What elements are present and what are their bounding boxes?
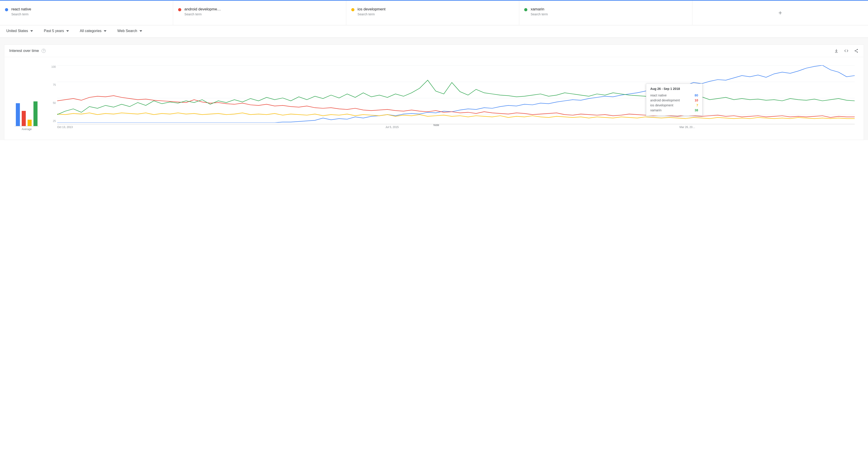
term-name: xamarin — [530, 7, 548, 11]
filter-time[interactable]: Past 5 years — [44, 29, 69, 33]
lines-svg — [57, 65, 855, 123]
avg-bar — [33, 101, 37, 126]
term-name: react native — [11, 7, 31, 11]
tooltip-row: android development10 — [650, 98, 698, 103]
tooltip-series-label: android development — [650, 98, 680, 102]
term-subtitle: Search term — [358, 12, 385, 16]
chart-area: Average 100 75 50 25 Note Oct 13, 2013 J… — [4, 57, 864, 140]
term-color-dot — [524, 8, 527, 11]
chevron-down-icon — [140, 30, 142, 32]
card-header: Interest over time ? — [4, 45, 864, 57]
content-area: Interest over time ? — [0, 38, 868, 140]
term-color-dot — [351, 8, 354, 11]
tooltip-series-value: 80 — [694, 94, 698, 97]
plus-icon: + — [778, 9, 782, 17]
tooltip-row: xamarin38 — [650, 108, 698, 113]
card-title: Interest over time — [9, 48, 39, 53]
share-icon[interactable] — [854, 48, 859, 53]
term-cell-xamarin[interactable]: xamarin Search term — [519, 1, 692, 25]
averages-block: Average — [10, 65, 43, 131]
term-color-dot — [178, 8, 181, 11]
averages-bars — [14, 101, 39, 126]
term-color-dot — [5, 8, 8, 11]
avg-bar — [22, 111, 26, 126]
tooltip-row: react native80 — [650, 93, 698, 98]
download-icon[interactable] — [834, 48, 839, 53]
chart-tooltip: Aug 26 - Sep 1 2018 react native80androi… — [646, 84, 703, 116]
tooltip-series-value: 38 — [694, 108, 698, 112]
chevron-down-icon — [66, 30, 69, 32]
filter-label: Past 5 years — [44, 29, 64, 33]
y-tick: 50 — [48, 101, 56, 104]
term-cell-react-native[interactable]: react native Search term — [0, 1, 173, 25]
chevron-down-icon — [104, 30, 106, 32]
filter-geo[interactable]: United States — [6, 29, 33, 33]
tooltip-series-label: xamarin — [650, 108, 662, 112]
interest-over-time-card: Interest over time ? — [4, 44, 864, 140]
tooltip-series-value: 7 — [696, 103, 698, 107]
y-tick: 75 — [48, 83, 56, 87]
avg-bar — [28, 120, 32, 126]
term-subtitle: Search term — [184, 12, 221, 16]
y-axis: 100 75 50 25 — [48, 65, 56, 123]
avg-bar — [16, 103, 20, 126]
filter-label: Web Search — [117, 29, 137, 33]
chevron-down-icon — [30, 30, 33, 32]
x-tick: Mar 26, 20… — [680, 126, 695, 131]
tooltip-date: Aug 26 - Sep 1 2018 — [650, 87, 698, 91]
y-tick: 25 — [48, 120, 56, 123]
tooltip-series-label: react native — [650, 94, 666, 97]
tooltip-series-label: ios development — [650, 103, 673, 107]
term-subtitle: Search term — [530, 12, 548, 16]
filter-label: All categories — [80, 29, 101, 33]
averages-label: Average — [22, 128, 32, 131]
term-subtitle: Search term — [11, 12, 31, 16]
x-tick: Oct 13, 2013 — [57, 126, 73, 131]
term-cell-ios-development[interactable]: ios development Search term — [346, 1, 520, 25]
add-term-button[interactable]: + — [692, 1, 868, 25]
x-tick: Jul 5, 2015 — [385, 126, 399, 131]
filter-label: United States — [6, 29, 28, 33]
embed-icon[interactable] — [844, 48, 849, 53]
filter-search-type[interactable]: Web Search — [117, 29, 142, 33]
term-name: android developme… — [184, 7, 221, 11]
tooltip-row: ios development7 — [650, 103, 698, 108]
line-chart[interactable]: 100 75 50 25 Note Oct 13, 2013 Jul 5, 20… — [48, 65, 855, 131]
term-cell-android-development[interactable]: android developme… Search term — [173, 1, 346, 25]
filters-row: United States Past 5 years All categorie… — [0, 25, 868, 38]
help-icon[interactable]: ? — [41, 49, 46, 53]
filter-category[interactable]: All categories — [80, 29, 106, 33]
tooltip-series-value: 10 — [694, 98, 698, 102]
y-tick: 100 — [48, 65, 56, 68]
x-axis: Oct 13, 2013 Jul 5, 2015 Mar 26, 20… — [57, 124, 855, 131]
compare-terms-row: react native Search term android develop… — [0, 1, 868, 25]
term-name: ios development — [358, 7, 385, 11]
